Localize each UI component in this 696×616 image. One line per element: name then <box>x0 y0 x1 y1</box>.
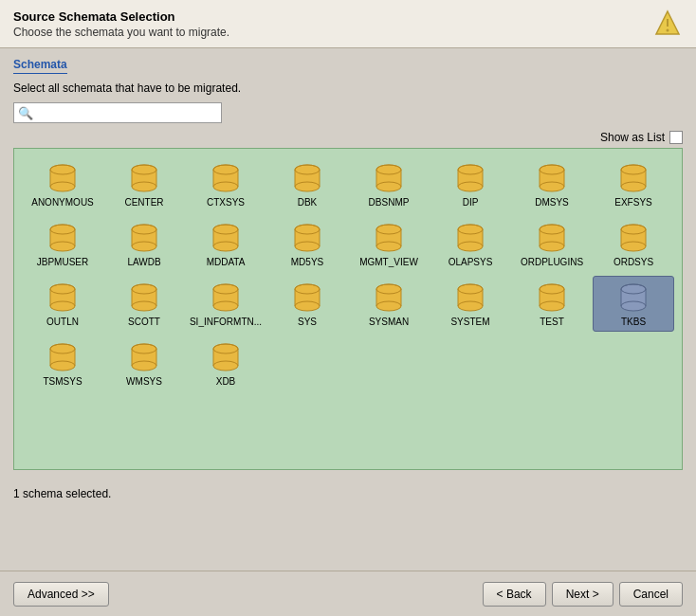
grid-item[interactable]: OUTLN <box>22 276 103 332</box>
grid-item[interactable]: DIP <box>430 156 511 212</box>
footer: Advanced >> < Back Next > Cancel <box>0 571 696 616</box>
svg-point-41 <box>540 182 564 191</box>
svg-point-161 <box>213 361 238 371</box>
search-bar[interactable]: 🔍 <box>13 102 222 123</box>
svg-point-119 <box>295 301 320 311</box>
footer-left: Advanced >> <box>13 582 109 607</box>
svg-point-59 <box>132 242 156 251</box>
svg-point-113 <box>213 301 238 311</box>
grid-item[interactable]: JBPMUSER <box>22 216 103 272</box>
grid-item[interactable]: ORDPLUGINS <box>511 216 593 272</box>
grid-item[interactable]: SCOTT <box>103 276 185 332</box>
grid-item[interactable]: OLAPSYS <box>430 216 511 272</box>
grid-item[interactable]: SYS <box>266 276 348 332</box>
search-input[interactable] <box>36 106 217 119</box>
header-text: Source Schemata Selection Choose the sch… <box>13 9 229 39</box>
svg-point-101 <box>50 301 75 311</box>
svg-point-155 <box>132 361 156 371</box>
svg-point-95 <box>621 242 646 251</box>
wizard-icon <box>652 9 683 40</box>
grid-item[interactable]: CTXSYS <box>185 156 266 212</box>
schema-grid-container: ANONYMOUS CENTER CTXSYS DBK DBSNMP DIP <box>13 148 683 470</box>
page-title: Source Schemata Selection <box>13 9 229 24</box>
svg-point-23 <box>295 182 320 191</box>
main-panel: Schemata Select all schemata that have t… <box>0 48 696 480</box>
svg-point-77 <box>376 242 401 251</box>
next-button[interactable]: Next > <box>552 582 614 607</box>
svg-point-17 <box>213 182 238 191</box>
svg-point-5 <box>50 182 75 191</box>
back-button[interactable]: < Back <box>483 582 546 607</box>
svg-point-89 <box>540 242 564 251</box>
svg-point-143 <box>621 301 646 311</box>
advanced-button[interactable]: Advanced >> <box>13 582 109 607</box>
grid-item[interactable]: MD5YS <box>266 216 348 272</box>
grid-item[interactable]: DBK <box>266 156 348 212</box>
grid-item[interactable]: MDDATA <box>185 216 266 272</box>
instruction-text: Select all schemata that have to be migr… <box>13 82 683 95</box>
svg-point-83 <box>458 242 483 251</box>
svg-point-2 <box>667 29 669 32</box>
svg-point-137 <box>540 301 564 311</box>
svg-point-131 <box>458 301 483 311</box>
svg-point-53 <box>50 242 75 251</box>
grid-item[interactable]: MGMT_VIEW <box>348 216 430 272</box>
grid-item[interactable]: TKBS <box>593 276 674 332</box>
status-text: 1 schema selected. <box>13 487 111 500</box>
grid-item[interactable]: WMSYS <box>103 335 185 391</box>
schema-grid: ANONYMOUS CENTER CTXSYS DBK DBSNMP DIP <box>22 156 674 391</box>
show-as-list-checkbox[interactable] <box>669 131 683 144</box>
svg-point-47 <box>621 182 646 191</box>
grid-item[interactable]: EXFSYS <box>593 156 674 212</box>
show-as-list-row: Show as List <box>13 131 683 144</box>
svg-point-149 <box>50 361 75 371</box>
search-icon: 🔍 <box>18 106 33 120</box>
grid-item[interactable]: LAWDB <box>103 216 185 272</box>
grid-item[interactable]: ORDSYS <box>593 216 674 272</box>
show-as-list-label: Show as List <box>600 131 665 144</box>
svg-point-125 <box>376 301 401 311</box>
grid-item[interactable]: ANONYMOUS <box>22 156 103 212</box>
grid-item[interactable]: CENTER <box>103 156 185 212</box>
grid-item[interactable]: DMSYS <box>511 156 593 212</box>
grid-item[interactable]: SYSTEM <box>430 276 511 332</box>
svg-point-35 <box>458 182 483 191</box>
svg-point-29 <box>376 182 401 191</box>
grid-item[interactable]: DBSNMP <box>348 156 430 212</box>
svg-point-107 <box>132 301 156 311</box>
section-label: Schemata <box>13 58 67 74</box>
header: Source Schemata Selection Choose the sch… <box>0 0 696 48</box>
svg-point-65 <box>213 242 238 251</box>
grid-item[interactable]: XDB <box>185 335 266 391</box>
page-subtitle: Choose the schemata you want to migrate. <box>13 26 229 39</box>
svg-point-71 <box>295 242 320 251</box>
grid-item[interactable]: TSMSYS <box>22 335 103 391</box>
grid-item[interactable]: SYSMAN <box>348 276 430 332</box>
cancel-button[interactable]: Cancel <box>619 582 683 607</box>
grid-item[interactable]: TEST <box>511 276 593 332</box>
footer-right: < Back Next > Cancel <box>483 582 683 607</box>
svg-point-11 <box>132 182 156 191</box>
status-bar: 1 schema selected. <box>0 480 696 504</box>
grid-item[interactable]: SI_INFORMTN... <box>185 276 266 332</box>
